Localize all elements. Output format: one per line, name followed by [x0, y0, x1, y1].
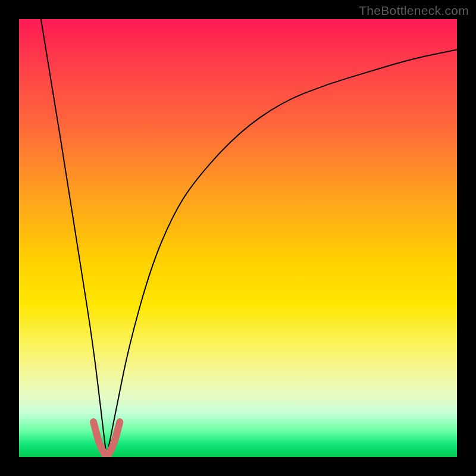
plot-area: [19, 19, 457, 457]
watermark-text: TheBottleneck.com: [359, 4, 469, 18]
valley-highlight: [93, 422, 120, 455]
curve-layer: [19, 19, 457, 457]
chart-container: TheBottleneck.com: [0, 0, 476, 476]
bottleneck-curve: [41, 19, 457, 457]
